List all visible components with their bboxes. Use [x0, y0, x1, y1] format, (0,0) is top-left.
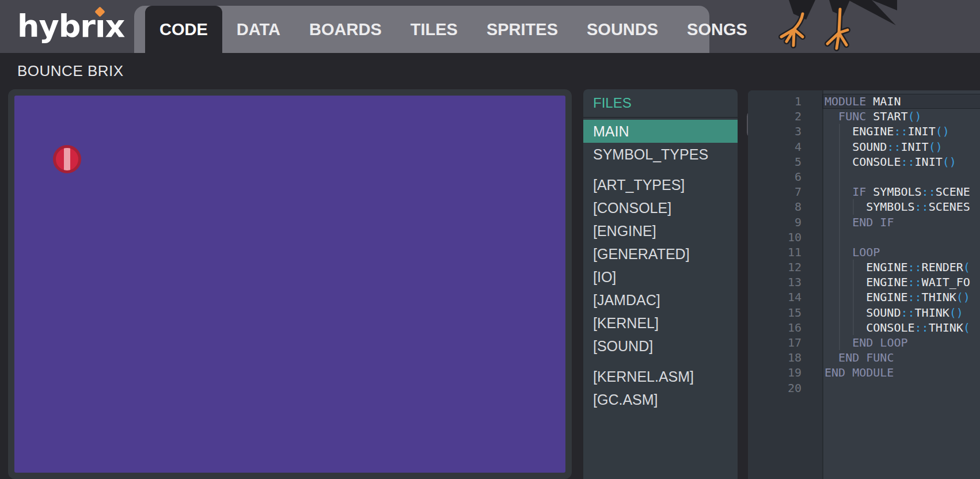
file-group-gap — [583, 166, 738, 173]
tab-sounds[interactable]: SOUNDS — [572, 6, 673, 53]
code-lines: 1MODULE MAIN2 FUNC START()3 ENGINE::INIT… — [748, 94, 980, 396]
file-item-engine[interactable]: [ENGINE] — [583, 219, 738, 242]
line-content: MODULE MAIN — [822, 94, 901, 109]
line-content: ENGINE::RENDER( — [822, 260, 970, 275]
code-line-14[interactable]: 14 ENGINE::THINK() — [748, 290, 980, 305]
file-item-sound[interactable]: [SOUND] — [583, 334, 738, 358]
code-line-20[interactable]: 20 — [748, 381, 980, 396]
line-content: END FUNC — [822, 350, 894, 365]
game-viewport[interactable] — [14, 96, 565, 473]
files-panel: FILES MAINSYMBOL_TYPES[ART_TYPES][CONSOL… — [583, 89, 738, 479]
code-line-6[interactable]: 6 — [748, 169, 980, 184]
file-item-kernel[interactable]: [KERNEL] — [583, 311, 738, 334]
game-frame — [8, 89, 572, 479]
line-content: SOUND::INIT() — [822, 139, 943, 154]
tab-data[interactable]: DATA — [222, 6, 295, 53]
code-line-3[interactable]: 3 ENGINE::INIT() — [748, 124, 980, 139]
tab-code[interactable]: CODE — [145, 6, 222, 53]
file-item-kernelasm[interactable]: [KERNEL.ASM] — [583, 365, 738, 388]
code-line-10[interactable]: 10 — [748, 230, 980, 245]
files-panel-heading: FILES — [583, 89, 738, 118]
line-number: 16 — [748, 320, 822, 335]
file-item-generated[interactable]: [GENERATED] — [583, 242, 738, 265]
app-logo: hybrıx — [17, 3, 124, 50]
app-header: hybrıx CODEDATABOARDSTILESSPRITESSOUNDSS… — [0, 0, 980, 53]
project-title: BOUNCE BRIX — [17, 53, 124, 89]
line-number: 1 — [748, 94, 822, 109]
main-tabbar: CODEDATABOARDSTILESSPRITESSOUNDSSONGS — [134, 6, 709, 53]
line-content: END LOOP — [822, 335, 908, 350]
code-line-5[interactable]: 5 CONSOLE::INIT() — [748, 154, 980, 169]
code-line-8[interactable]: 8 SYMBOLS::SCENES — [748, 199, 980, 214]
line-number: 15 — [748, 305, 822, 320]
tab-boards[interactable]: BOARDS — [295, 6, 396, 53]
files-list: MAINSYMBOL_TYPES[ART_TYPES][CONSOLE][ENG… — [583, 118, 738, 411]
line-content: LOOP — [822, 245, 880, 260]
line-number: 12 — [748, 260, 822, 275]
code-line-2[interactable]: 2 FUNC START() — [748, 109, 980, 124]
file-item-art_types[interactable]: [ART_TYPES] — [583, 173, 738, 196]
line-number: 10 — [748, 230, 822, 245]
code-line-4[interactable]: 4 SOUND::INIT() — [748, 139, 980, 154]
code-line-9[interactable]: 9 END IF — [748, 215, 980, 230]
logo-i: ı — [95, 3, 105, 50]
line-number: 3 — [748, 124, 822, 139]
code-line-17[interactable]: 17 END LOOP — [748, 335, 980, 350]
code-line-7[interactable]: 7 IF SYMBOLS::SCENE — [748, 184, 980, 199]
line-number: 9 — [748, 215, 822, 230]
bird-mascot — [759, 0, 897, 53]
game-ball-sprite — [53, 145, 81, 173]
line-number: 18 — [748, 350, 822, 365]
line-number: 5 — [748, 154, 822, 169]
line-content: ENGINE::THINK() — [822, 290, 970, 305]
toolbar: BOUNCE BRIX PRESETS... ROM — [0, 53, 980, 89]
line-content: END MODULE — [822, 365, 894, 380]
line-number: 14 — [748, 290, 822, 305]
file-item-jamdac[interactable]: [JAMDAC] — [583, 288, 738, 311]
line-number: 20 — [748, 381, 822, 396]
line-content: SOUND::THINK() — [822, 305, 963, 320]
line-number: 2 — [748, 109, 822, 124]
line-content: ENGINE::INIT() — [822, 124, 949, 139]
line-number: 11 — [748, 245, 822, 260]
tab-sprites[interactable]: SPRITES — [472, 6, 572, 53]
code-line-19[interactable]: 19END MODULE — [748, 365, 980, 380]
code-line-18[interactable]: 18 END FUNC — [748, 350, 980, 365]
line-content: SYMBOLS::SCENES — [822, 199, 970, 214]
code-line-11[interactable]: 11 LOOP — [748, 245, 980, 260]
code-line-15[interactable]: 15 SOUND::THINK() — [748, 305, 980, 320]
line-number: 4 — [748, 139, 822, 154]
file-item-symbol_types[interactable]: SYMBOL_TYPES — [583, 143, 738, 166]
line-content: FUNC START() — [822, 109, 922, 124]
line-content: CONSOLE::THINK( — [822, 320, 970, 335]
tab-songs[interactable]: SONGS — [673, 6, 762, 53]
tab-tiles[interactable]: TILES — [396, 6, 472, 53]
line-content — [822, 230, 825, 245]
file-item-main[interactable]: MAIN — [583, 120, 738, 143]
code-line-12[interactable]: 12 ENGINE::RENDER( — [748, 260, 980, 275]
file-item-io[interactable]: [IO] — [583, 265, 738, 288]
code-line-13[interactable]: 13 ENGINE::WAIT_FO — [748, 275, 980, 290]
line-content: ENGINE::WAIT_FO — [822, 275, 970, 290]
line-number: 13 — [748, 275, 822, 290]
logo-text-end: x — [105, 8, 124, 44]
line-number: 7 — [748, 184, 822, 199]
line-content — [822, 381, 825, 396]
file-item-console[interactable]: [CONSOLE] — [583, 196, 738, 219]
ball-stripe — [64, 148, 70, 170]
line-number: 6 — [748, 169, 822, 184]
line-content: END IF — [822, 215, 894, 230]
line-content: IF SYMBOLS::SCENE — [822, 184, 970, 199]
file-item-gcasm[interactable]: [GC.ASM] — [583, 388, 738, 411]
line-number: 8 — [748, 199, 822, 214]
line-content — [822, 169, 825, 184]
line-number: 17 — [748, 335, 822, 350]
line-content: CONSOLE::INIT() — [822, 154, 956, 169]
line-number: 19 — [748, 365, 822, 380]
logo-text: hybr — [17, 8, 95, 44]
code-editor[interactable]: 1MODULE MAIN2 FUNC START()3 ENGINE::INIT… — [748, 90, 980, 479]
code-line-1[interactable]: 1MODULE MAIN — [748, 94, 980, 109]
file-group-gap — [583, 358, 738, 365]
code-line-16[interactable]: 16 CONSOLE::THINK( — [748, 320, 980, 335]
